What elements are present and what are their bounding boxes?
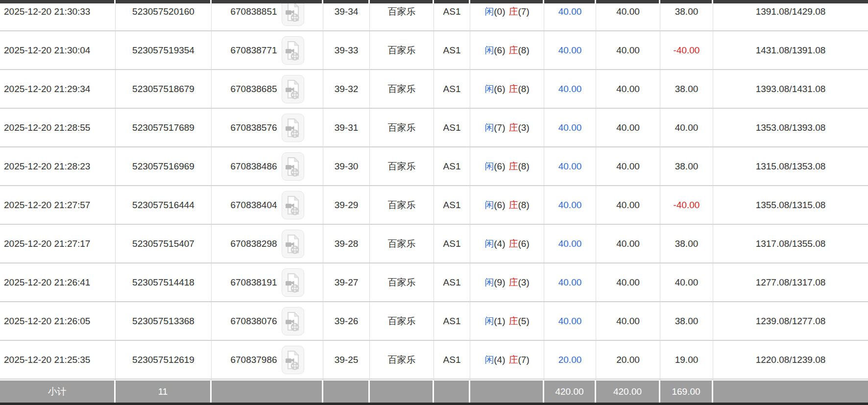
cell-balance: 1391.08/1429.08 <box>713 0 868 30</box>
cell-balance: 1239.08/1277.08 <box>713 302 868 340</box>
video-record-icon[interactable] <box>282 191 304 219</box>
cell-game-type: 百家乐 <box>370 302 434 340</box>
cell-game-type: 百家乐 <box>370 263 434 301</box>
cell-game-type: 百家乐 <box>370 70 434 108</box>
cell-valid-amount: 40.00 <box>596 225 660 262</box>
table-body: 2025-12-20 21:30:33 523057520160 6708388… <box>0 0 868 380</box>
footer-strip <box>0 403 868 405</box>
video-record-icon[interactable] <box>282 36 304 65</box>
bet-amount-link[interactable]: 40.00 <box>544 263 596 301</box>
video-record-icon[interactable] <box>282 75 304 103</box>
video-record-icon[interactable] <box>282 152 304 181</box>
bet-amount-link[interactable]: 40.00 <box>544 186 596 224</box>
cell-bet-time: 2025-12-20 21:27:57 <box>0 186 116 224</box>
cell-game-type: 百家乐 <box>370 147 434 185</box>
subtotal-empty <box>434 381 470 403</box>
cell-bet-id: 523057515407 <box>116 225 212 262</box>
cell-round: 39-27 <box>323 263 370 301</box>
cell-game-number: 670838576 <box>212 109 323 146</box>
table-row: 2025-12-20 21:25:35 523057512619 6708379… <box>0 341 868 380</box>
cell-win-loss: 19.00 <box>660 341 713 379</box>
bet-amount-link[interactable]: 40.00 <box>544 302 596 340</box>
cell-table: AS1 <box>434 186 470 224</box>
cell-table: AS1 <box>434 302 470 340</box>
cell-balance: 1277.08/1317.08 <box>713 263 868 301</box>
cell-bet-time: 2025-12-20 21:30:33 <box>0 0 116 30</box>
banker-points: (8) <box>518 84 530 95</box>
cell-win-loss: 38.00 <box>660 225 713 262</box>
game-number-text: 670838191 <box>230 277 277 288</box>
player-label: 闲 <box>484 44 494 57</box>
cell-game-number: 670837986 <box>212 341 323 379</box>
cell-result: 闲(4)庄(6) <box>470 225 544 262</box>
bet-amount-link[interactable]: 40.00 <box>544 70 596 108</box>
player-points: (7) <box>494 122 505 133</box>
table-row: 2025-12-20 21:28:55 523057517689 6708385… <box>0 109 868 147</box>
cell-bet-time: 2025-12-20 21:28:55 <box>0 109 116 146</box>
cell-game-number: 670838685 <box>212 70 323 108</box>
cell-valid-amount: 40.00 <box>596 302 660 340</box>
header-cell <box>544 0 596 3</box>
cell-bet-id: 523057512619 <box>116 341 212 379</box>
video-record-icon[interactable] <box>282 114 304 142</box>
cell-round: 39-32 <box>323 70 370 108</box>
cell-balance: 1355.08/1315.08 <box>713 186 868 224</box>
game-number-text: 670838576 <box>230 122 277 133</box>
banker-label: 庄 <box>509 238 518 250</box>
player-points: (0) <box>494 6 505 17</box>
subtotal-empty <box>470 381 544 403</box>
cell-round: 39-28 <box>323 225 370 262</box>
cell-table: AS1 <box>434 341 470 379</box>
banker-points: (8) <box>518 161 530 172</box>
video-record-icon[interactable] <box>282 0 304 26</box>
cell-game-number: 670838771 <box>212 31 323 69</box>
bet-amount-link[interactable]: 20.00 <box>544 341 596 379</box>
header-cell <box>323 0 370 3</box>
cell-game-number: 670838486 <box>212 147 323 185</box>
cell-game-number: 670838076 <box>212 302 323 340</box>
banker-label: 庄 <box>509 121 518 134</box>
video-record-icon[interactable] <box>282 230 304 258</box>
bet-amount-link[interactable]: 40.00 <box>544 31 596 69</box>
banker-label: 庄 <box>509 199 518 212</box>
video-record-icon[interactable] <box>282 346 304 374</box>
cell-result: 闲(1)庄(5) <box>470 302 544 340</box>
player-label: 闲 <box>484 315 494 328</box>
video-record-icon[interactable] <box>282 307 304 335</box>
player-points: (6) <box>494 84 505 95</box>
player-label: 闲 <box>484 238 494 250</box>
bet-amount-link[interactable]: 40.00 <box>544 109 596 146</box>
bet-history-table: 2025-12-20 21:30:33 523057520160 6708388… <box>0 0 868 405</box>
header-cell <box>0 0 116 3</box>
subtotal-winloss-total: 169.00 <box>660 381 713 403</box>
cell-round: 39-31 <box>323 109 370 146</box>
cell-result: 闲(6)庄(8) <box>470 70 544 108</box>
cell-valid-amount: 40.00 <box>596 31 660 69</box>
cell-round: 39-34 <box>323 0 370 30</box>
bet-amount-link[interactable]: 40.00 <box>544 0 596 30</box>
game-number-text: 670838076 <box>230 316 277 327</box>
bet-amount-link[interactable]: 40.00 <box>544 147 596 185</box>
cell-game-number: 670838404 <box>212 186 323 224</box>
subtotal-valid-total: 420.00 <box>596 381 660 403</box>
player-label: 闲 <box>484 276 494 289</box>
cell-valid-amount: 40.00 <box>596 0 660 30</box>
subtotal-empty <box>370 381 434 403</box>
cell-balance: 1393.08/1431.08 <box>713 70 868 108</box>
video-record-icon[interactable] <box>282 268 304 297</box>
cell-bet-id: 523057513368 <box>116 302 212 340</box>
table-row: 2025-12-20 21:30:33 523057520160 6708388… <box>0 0 868 31</box>
table-row: 2025-12-20 21:26:05 523057513368 6708380… <box>0 302 868 341</box>
cell-round: 39-30 <box>323 147 370 185</box>
cell-win-loss: -40.00 <box>660 186 713 224</box>
player-points: (4) <box>494 355 505 365</box>
subtotal-empty <box>713 381 868 403</box>
player-points: (6) <box>494 45 505 56</box>
header-cell <box>116 0 212 3</box>
game-number-text: 670838404 <box>230 200 277 211</box>
cell-game-number: 670838298 <box>212 225 323 262</box>
cell-valid-amount: 40.00 <box>596 186 660 224</box>
header-cell <box>470 0 544 3</box>
cell-bet-id: 523057518679 <box>116 70 212 108</box>
bet-amount-link[interactable]: 40.00 <box>544 225 596 262</box>
